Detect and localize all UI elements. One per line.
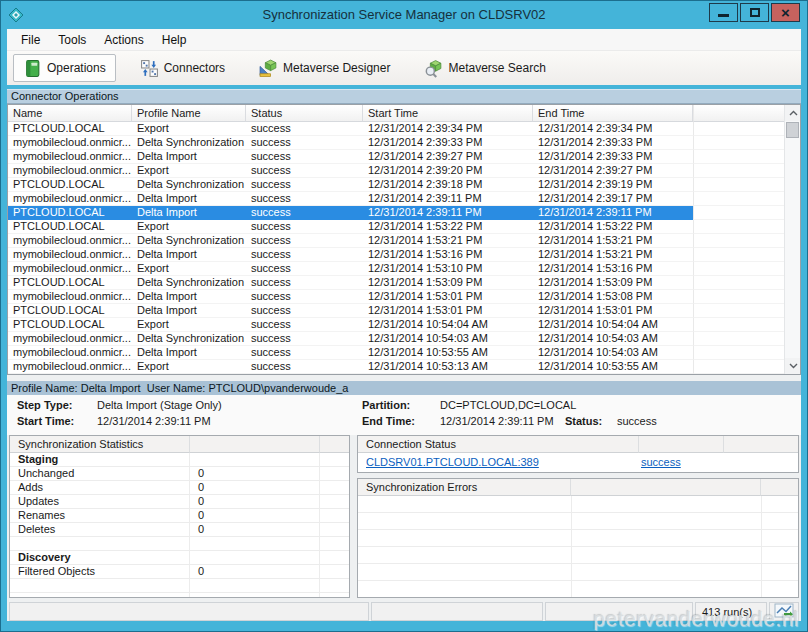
minimize-button[interactable]: [709, 3, 738, 22]
column-header-end-time[interactable]: End Time: [533, 105, 693, 122]
cell-status: success: [246, 262, 363, 276]
stats-row: Renames0: [10, 509, 349, 523]
stats-row-empty: [10, 579, 349, 593]
column-header-profile-name[interactable]: Profile Name: [132, 105, 246, 122]
cell-name: PTCLOUD.LOCAL: [8, 220, 132, 234]
cell-name: mymobilecloud.onmicr...: [8, 262, 132, 276]
start-time-value: 12/31/2014 2:39:11 PM: [97, 415, 362, 431]
table-row[interactable]: mymobilecloud.onmicr... Delta Import suc…: [8, 150, 800, 164]
connection-status-title: Connection Status: [358, 436, 639, 453]
metaverse-search-icon: [424, 59, 443, 78]
connection-server-link[interactable]: CLDSRV01.PTCLOUD.LOCAL:389: [366, 456, 539, 468]
column-header-start-time[interactable]: Start Time: [363, 105, 533, 122]
sync-errors-body: [358, 496, 798, 598]
cell-profile-name: Export: [132, 318, 246, 332]
metaverse-search-button[interactable]: Metaverse Search: [414, 54, 555, 82]
titlebar: Synchronization Service Manager on CLDSR…: [1, 1, 807, 29]
menu-actions[interactable]: Actions: [95, 30, 152, 50]
cell-end-time: 12/31/2014 2:39:33 PM: [533, 150, 693, 164]
table-row[interactable]: mymobilecloud.onmicr... Delta Import suc…: [8, 192, 800, 206]
cell-status: success: [246, 206, 363, 220]
table-row[interactable]: mymobilecloud.onmicr... Delta Import suc…: [8, 290, 800, 304]
table-scrollbar[interactable]: [784, 105, 800, 374]
scroll-down-button[interactable]: [785, 358, 801, 374]
cell-name: PTCLOUD.LOCAL: [8, 304, 132, 318]
table-row[interactable]: PTCLOUD.LOCAL Delta Synchronization succ…: [8, 178, 800, 192]
operations-table-body: PTCLOUD.LOCAL Export success 12/31/2014 …: [8, 122, 800, 374]
bottom-panels: Synchronization Statistics Staging Uncha…: [7, 435, 801, 598]
connectors-label: Connectors: [164, 61, 225, 75]
client-area: File Tools Actions Help Operations: [7, 29, 801, 621]
table-row[interactable]: mymobilecloud.onmicr... Delta Synchroniz…: [8, 234, 800, 248]
cell-name: mymobilecloud.onmicr...: [8, 248, 132, 262]
maximize-button[interactable]: [740, 3, 769, 22]
table-row[interactable]: PTCLOUD.LOCAL Delta Synchronization succ…: [8, 276, 800, 290]
connectors-icon: [140, 59, 159, 78]
metaverse-designer-button[interactable]: Metaverse Designer: [249, 54, 400, 82]
cell-profile-name: Delta Import: [132, 304, 246, 318]
connectors-button[interactable]: Connectors: [130, 54, 235, 82]
status-label: Status:: [565, 415, 617, 431]
sync-errors-panel: Synchronization Errors: [357, 478, 799, 598]
table-row[interactable]: mymobilecloud.onmicr... Delta Synchroniz…: [8, 332, 800, 346]
cell-name: mymobilecloud.onmicr...: [8, 164, 132, 178]
sync-errors-title: Synchronization Errors: [358, 479, 571, 496]
sync-statistics-panel: Synchronization Statistics Staging Uncha…: [9, 435, 350, 598]
cell-start-time: 12/31/2014 1:53:22 PM: [363, 220, 533, 234]
operations-book-icon: [23, 59, 42, 78]
table-row[interactable]: mymobilecloud.onmicr... Export success 1…: [8, 164, 800, 178]
cell-name: mymobilecloud.onmicr...: [8, 332, 132, 346]
operations-button[interactable]: Operations: [13, 54, 116, 82]
metaverse-search-label: Metaverse Search: [448, 61, 545, 75]
table-row[interactable]: PTCLOUD.LOCAL Delta Import success 12/31…: [8, 304, 800, 318]
table-row[interactable]: mymobilecloud.onmicr... Export success 1…: [8, 360, 800, 374]
cell-start-time: 12/31/2014 2:39:18 PM: [363, 178, 533, 192]
cell-status: success: [246, 332, 363, 346]
sync-statistics-header: Synchronization Statistics: [10, 436, 349, 453]
table-row[interactable]: mymobilecloud.onmicr... Delta Import suc…: [8, 346, 800, 360]
column-header-name[interactable]: Name: [8, 105, 132, 122]
menu-help[interactable]: Help: [153, 30, 196, 50]
table-row[interactable]: PTCLOUD.LOCAL Export success 12/31/2014 …: [8, 220, 800, 234]
cell-start-time: 12/31/2014 2:39:27 PM: [363, 150, 533, 164]
cell-name: PTCLOUD.LOCAL: [8, 122, 132, 136]
table-row[interactable]: mymobilecloud.onmicr... Export success 1…: [8, 262, 800, 276]
cell-start-time: 12/31/2014 2:39:33 PM: [363, 136, 533, 150]
partition-value: DC=PTCLOUD,DC=LOCAL: [440, 399, 565, 415]
menu-tools[interactable]: Tools: [49, 30, 95, 50]
cell-profile-name: Delta Synchronization: [132, 136, 246, 150]
scrollbar-thumb[interactable]: [786, 122, 799, 138]
connection-result-link[interactable]: success: [641, 456, 681, 468]
cell-end-time: 12/31/2014 1:53:09 PM: [533, 276, 693, 290]
scroll-up-button[interactable]: [785, 105, 801, 121]
cell-status: success: [246, 150, 363, 164]
status-value: success: [617, 415, 801, 431]
table-row[interactable]: PTCLOUD.LOCAL Export success 12/31/2014 …: [8, 318, 800, 332]
statistics-grip-button[interactable]: [769, 602, 799, 621]
cell-name: mymobilecloud.onmicr...: [8, 346, 132, 360]
stats-row: Updates0: [10, 495, 349, 509]
cell-status: success: [246, 192, 363, 206]
cell-profile-name: Delta Import: [132, 248, 246, 262]
cell-end-time: 12/31/2014 1:53:21 PM: [533, 248, 693, 262]
cell-profile-name: Delta Import: [132, 346, 246, 360]
operations-table-header: Name Profile Name Status Start Time End …: [8, 105, 800, 122]
table-row[interactable]: PTCLOUD.LOCAL Export success 12/31/2014 …: [8, 122, 800, 136]
cell-status: success: [246, 290, 363, 304]
close-button[interactable]: ×: [771, 3, 800, 22]
table-row[interactable]: mymobilecloud.onmicr... Delta Import suc…: [8, 248, 800, 262]
cell-start-time: 12/31/2014 1:53:01 PM: [363, 290, 533, 304]
table-row[interactable]: mymobilecloud.onmicr... Delta Synchroniz…: [8, 136, 800, 150]
menu-file[interactable]: File: [12, 30, 49, 50]
cell-profile-name: Delta Import: [132, 150, 246, 164]
cell-status: success: [246, 122, 363, 136]
run-details: Step Type: Delta Import (Stage Only) Par…: [7, 395, 801, 435]
table-row[interactable]: PTCLOUD.LOCAL Delta Import success 12/31…: [8, 206, 800, 220]
cell-end-time: 12/31/2014 2:39:19 PM: [533, 178, 693, 192]
column-header-status[interactable]: Status: [246, 105, 363, 122]
sync-statistics-title: Synchronization Statistics: [10, 436, 190, 453]
close-icon: ×: [781, 5, 790, 20]
end-time-value: 12/31/2014 2:39:11 PM: [440, 415, 565, 431]
cell-end-time: 12/31/2014 10:54:03 AM: [533, 332, 693, 346]
cell-start-time: 12/31/2014 10:54:04 AM: [363, 318, 533, 332]
